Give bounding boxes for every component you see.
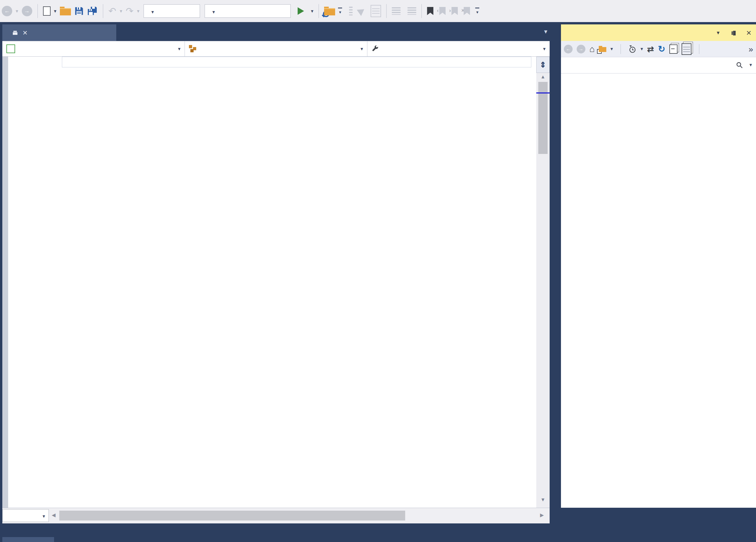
csharp-project-icon <box>6 44 15 53</box>
undo-dropdown[interactable] <box>120 8 122 14</box>
copy-document-icon[interactable] <box>371 5 381 17</box>
editor-navigation-bar <box>2 41 550 57</box>
navigate-backward-dropdown[interactable] <box>16 8 18 14</box>
parameter-info-icon[interactable] <box>408 7 416 15</box>
chevron-down-icon <box>543 46 546 52</box>
scroll-left-arrow[interactable] <box>52 512 56 518</box>
sync-with-active-document-icon[interactable] <box>647 45 654 53</box>
toolbar-separator <box>319 4 319 18</box>
toolbar-separator <box>386 4 387 18</box>
search-options-dropdown[interactable] <box>749 62 752 68</box>
output-toolbar-stub <box>2 537 54 542</box>
chevron-down-icon <box>151 7 154 15</box>
filter-dropdown[interactable] <box>641 46 643 52</box>
redo-button[interactable] <box>126 6 133 16</box>
solution-platform-combo[interactable] <box>205 4 291 18</box>
solution-explorer-panel <box>561 24 756 508</box>
play-icon <box>298 7 304 15</box>
search-icon[interactable] <box>736 61 743 69</box>
collapse-all-icon[interactable] <box>669 44 678 54</box>
toolbar-separator <box>421 4 422 18</box>
undo-button[interactable] <box>108 6 116 16</box>
toggle-bookmark-button[interactable] <box>427 7 433 15</box>
split-editor-handle[interactable] <box>536 57 550 73</box>
editor-vertical-scrollbar[interactable] <box>536 57 550 508</box>
toolbar-separator <box>621 44 621 54</box>
toolbar-overflow-button[interactable] <box>475 8 480 15</box>
pending-changes-filter-icon[interactable] <box>628 45 637 53</box>
solution-explorer-toolbar <box>561 41 756 57</box>
property-icon <box>371 45 379 53</box>
navigate-to-icon[interactable] <box>357 6 367 16</box>
type-dropdown[interactable] <box>185 41 367 56</box>
chevron-down-icon <box>360 46 363 52</box>
start-debug-button[interactable] <box>298 7 314 15</box>
horizontal-scroll-thumb[interactable] <box>59 511 405 520</box>
chevron-down-icon <box>212 7 215 15</box>
redo-dropdown[interactable] <box>137 8 140 14</box>
close-tab-icon[interactable] <box>23 29 27 37</box>
toolbar-separator <box>699 44 699 54</box>
main-toolbar: ‹ › × <box>0 0 756 22</box>
se-back-button[interactable] <box>564 45 573 53</box>
bookmark-icon <box>427 7 433 15</box>
solution-configuration-combo[interactable] <box>144 4 200 18</box>
refresh-icon[interactable] <box>658 45 665 53</box>
scroll-down-arrow[interactable] <box>536 497 550 503</box>
new-file-dropdown[interactable] <box>54 8 57 14</box>
pin-tab-icon[interactable] <box>13 30 18 35</box>
code-editor[interactable] <box>2 57 536 508</box>
solution-search-input[interactable] <box>561 57 756 73</box>
show-all-files-icon[interactable] <box>682 43 691 55</box>
member-dropdown[interactable] <box>367 41 550 56</box>
project-dropdown[interactable] <box>2 41 185 56</box>
clear-bookmarks-icon <box>464 7 470 15</box>
switch-views-icon[interactable] <box>599 46 606 52</box>
new-file-icon <box>43 6 51 16</box>
save-all-button[interactable] <box>87 6 98 16</box>
new-file-button[interactable] <box>43 6 51 16</box>
window-position-dropdown-icon[interactable] <box>717 29 720 36</box>
scroll-right-arrow[interactable] <box>540 512 544 518</box>
magnifier-icon <box>323 11 329 17</box>
save-button[interactable] <box>74 6 84 16</box>
tool-window-tab-strip <box>561 508 562 524</box>
class-icon <box>189 44 198 53</box>
home-icon[interactable] <box>589 45 595 53</box>
toolbar-overflow-button[interactable] <box>337 8 343 15</box>
chevron-down-icon <box>311 8 314 14</box>
switch-views-dropdown[interactable] <box>610 46 613 52</box>
list-members-icon[interactable] <box>392 7 401 15</box>
save-all-icon <box>87 6 98 16</box>
se-forward-button[interactable] <box>577 45 585 53</box>
next-bookmark-icon <box>451 7 458 15</box>
document-tab[interactable] <box>2 24 116 41</box>
find-in-files-button[interactable] <box>324 7 334 15</box>
find-in-files-icon <box>324 7 334 15</box>
next-bookmark-button[interactable]: › <box>451 7 458 15</box>
auto-hide-pin-icon[interactable] <box>731 30 736 35</box>
editor-zoom-combo[interactable] <box>2 509 49 522</box>
caret-position-marker <box>536 92 550 94</box>
scroll-up-arrow[interactable] <box>536 74 550 80</box>
previous-bookmark-icon <box>439 7 446 15</box>
close-panel-icon[interactable] <box>746 28 751 37</box>
solution-explorer-titlebar[interactable] <box>561 24 756 41</box>
forward-arrow-icon <box>22 6 32 16</box>
open-file-button[interactable] <box>60 7 71 15</box>
toolbar-overflow-icon[interactable] <box>748 45 753 53</box>
navigate-forward-button[interactable] <box>22 6 32 16</box>
previous-bookmark-button[interactable]: ‹ <box>439 7 446 15</box>
navigate-backward-button[interactable] <box>2 6 12 16</box>
solution-search <box>561 57 756 74</box>
chevron-down-icon <box>42 511 45 520</box>
indicator-margin[interactable] <box>2 57 8 508</box>
document-well-dropdown-icon[interactable] <box>544 28 547 35</box>
save-floppy-icon <box>74 6 84 16</box>
selection-mode-icon[interactable] <box>349 7 353 15</box>
open-folder-icon <box>60 7 71 15</box>
clear-bookmarks-button[interactable]: × <box>464 7 470 15</box>
back-arrow-icon <box>2 6 12 16</box>
editor-horizontal-scrollbar[interactable] <box>2 508 550 523</box>
toolbar-separator <box>37 4 38 18</box>
